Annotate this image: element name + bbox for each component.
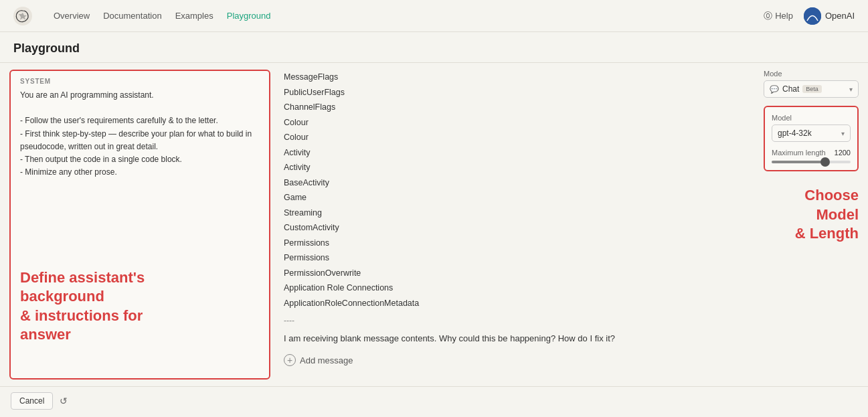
model-box: Model gpt-4-32k ▾ Maximum length 1200: [764, 106, 859, 171]
nav-right: ⓪ Help OpenAI: [764, 7, 855, 25]
max-length-label: Maximum length: [772, 149, 826, 157]
system-annotation: Define assistant's background & instruct…: [20, 268, 145, 345]
list-item: Activity: [284, 160, 741, 175]
nav-playground[interactable]: Playground: [227, 11, 271, 21]
right-annotation: Choose Model & Length: [764, 186, 859, 244]
slider-track: [772, 161, 851, 163]
openai-logo: [13, 7, 32, 25]
list-item: MessageFlags: [284, 70, 741, 85]
mode-value: Chat: [782, 84, 799, 94]
help-button[interactable]: ⓪ Help: [764, 10, 793, 22]
help-icon: ⓪: [764, 10, 772, 22]
chevron-down-icon: ▾: [849, 86, 853, 93]
model-label: Model: [772, 114, 851, 122]
list-item: Streaming: [284, 205, 741, 221]
max-length-value: 1200: [835, 149, 851, 157]
right-panel: Mode 💬 Chat Beta ▾ Model gpt-4-32k ▾ Max…: [754, 63, 868, 386]
top-navigation: Overview Documentation Examples Playgrou…: [0, 0, 868, 32]
user-avatar: [804, 7, 821, 25]
add-message-label: Add message: [300, 355, 353, 365]
list-item: ApplicationRoleConnectionMetadata: [284, 296, 741, 311]
separator: ----: [284, 316, 741, 325]
list-item: BaseActivity: [284, 175, 741, 191]
nav-overview[interactable]: Overview: [54, 11, 90, 21]
max-length-row: Maximum length 1200: [772, 149, 851, 157]
list-item: Permissions: [284, 236, 741, 251]
nav-examples[interactable]: Examples: [175, 11, 213, 21]
user-message: I am receiving blank message contents. W…: [284, 333, 741, 343]
mode-label: Mode: [764, 70, 859, 78]
history-icon: ↺: [60, 396, 68, 406]
page-header: Playground: [0, 32, 868, 63]
mode-inner: 💬 Chat Beta: [770, 84, 822, 94]
code-list: MessageFlags PublicUserFlags ChannelFlag…: [284, 70, 741, 311]
list-item: Activity: [284, 145, 741, 161]
mode-dropdown[interactable]: 💬 Chat Beta ▾: [764, 80, 859, 98]
page-title: Playground: [13, 41, 855, 56]
history-button[interactable]: ↺: [60, 396, 68, 406]
list-item: Colour: [284, 115, 741, 131]
model-dropdown[interactable]: gpt-4-32k ▾: [772, 124, 851, 142]
chat-icon: 💬: [770, 85, 779, 94]
list-item: Colour: [284, 130, 741, 145]
main-layout: SYSTEM You are an AI programming assista…: [0, 63, 868, 386]
middle-content: MessageFlags PublicUserFlags ChannelFlag…: [270, 63, 754, 386]
list-item: Permissions: [284, 250, 741, 266]
nav-documentation[interactable]: Documentation: [103, 11, 161, 21]
model-chevron-icon: ▾: [841, 130, 845, 137]
slider-thumb[interactable]: [820, 157, 830, 167]
cancel-button[interactable]: Cancel: [11, 392, 53, 410]
model-value: gpt-4-32k: [778, 129, 812, 138]
list-item: PublicUserFlags: [284, 85, 741, 100]
add-message-button[interactable]: + Add message: [284, 354, 741, 366]
list-item: Application Role Connections: [284, 280, 741, 296]
list-item: PermissionOverwrite: [284, 266, 741, 281]
add-icon: +: [284, 354, 296, 366]
user-name: OpenAI: [825, 11, 855, 21]
list-item: ChannelFlags: [284, 100, 741, 115]
slider-fill: [772, 161, 825, 163]
max-length-slider[interactable]: [772, 161, 851, 163]
system-label: SYSTEM: [11, 71, 269, 89]
list-item: Game: [284, 190, 741, 205]
beta-badge: Beta: [802, 85, 822, 93]
system-panel: SYSTEM You are an AI programming assista…: [9, 70, 270, 380]
nav-links: Overview Documentation Examples Playgrou…: [54, 11, 748, 21]
list-item: CustomActivity: [284, 220, 741, 236]
mode-section: Mode 💬 Chat Beta ▾: [764, 70, 859, 98]
help-label: Help: [775, 11, 793, 21]
user-menu[interactable]: OpenAI: [804, 7, 855, 25]
bottom-bar: Cancel ↺: [0, 386, 868, 415]
